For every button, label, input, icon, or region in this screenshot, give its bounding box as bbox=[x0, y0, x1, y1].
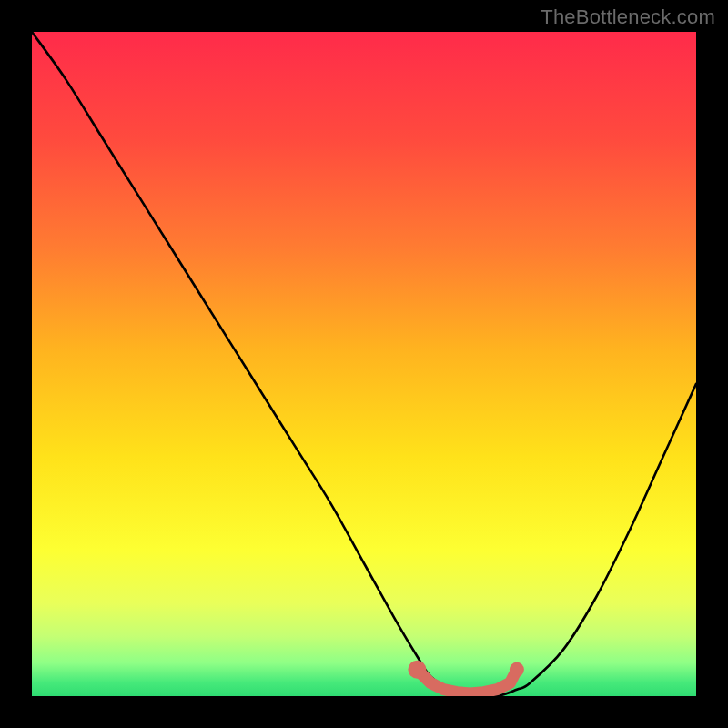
chart-frame: TheBottleneck.com bbox=[0, 0, 728, 728]
highlight-markers bbox=[408, 661, 524, 693]
highlight-end-dot bbox=[408, 661, 426, 679]
highlight-end-dot bbox=[510, 662, 524, 677]
highlight-band-path bbox=[417, 670, 517, 693]
watermark-text: TheBottleneck.com bbox=[541, 5, 715, 29]
curve-path bbox=[32, 32, 696, 696]
plot-area bbox=[32, 32, 696, 696]
bottleneck-curve bbox=[32, 32, 696, 696]
